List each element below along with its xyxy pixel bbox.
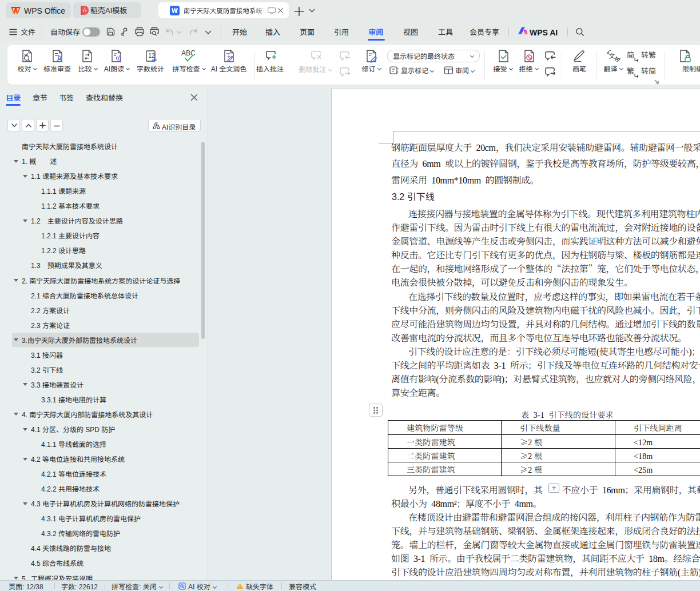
svg-text:A: A [615,55,619,62]
svg-text:ABC: ABC [181,49,196,57]
